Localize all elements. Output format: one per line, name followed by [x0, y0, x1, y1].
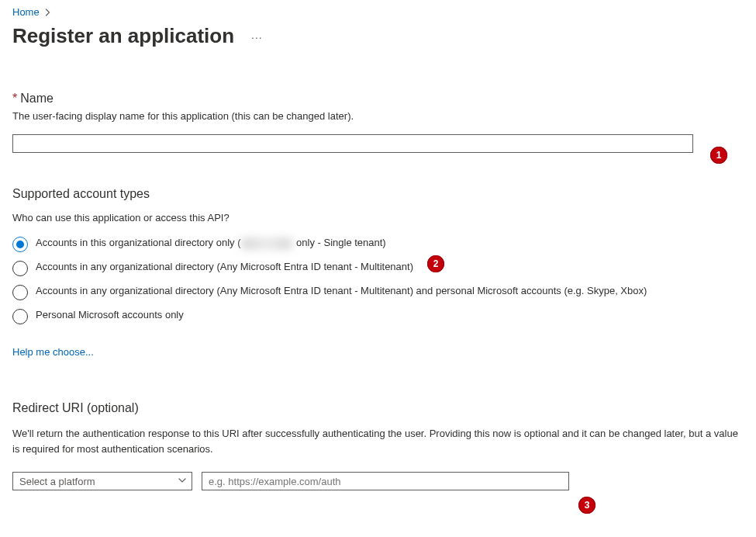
platform-select[interactable]: Select a platform: [12, 472, 192, 490]
radio-personal-only[interactable]: Personal Microsoft accounts only: [12, 308, 695, 324]
redirect-uri-heading: Redirect URI (optional): [12, 401, 744, 415]
radio-icon: [12, 237, 28, 252]
callout-1: 1: [710, 147, 727, 164]
radio-org-only[interactable]: Accounts in this organizational director…: [12, 236, 695, 252]
page-title: Register an application: [12, 24, 234, 48]
redirect-uri-description: We'll return the authentication response…: [12, 426, 741, 456]
breadcrumb: Home: [12, 6, 744, 18]
more-actions-button[interactable]: ···: [248, 28, 266, 47]
chevron-right-icon: [44, 9, 52, 16]
breadcrumb-home-link[interactable]: Home: [12, 6, 40, 18]
radio-any-org[interactable]: Accounts in any organizational directory…: [12, 260, 695, 276]
help-me-choose-link[interactable]: Help me choose...: [12, 346, 94, 358]
tenant-name-redacted: [242, 238, 292, 249]
radio-icon: [12, 261, 28, 276]
radio-personal-only-label: Personal Microsoft accounts only: [36, 308, 184, 323]
radio-any-org-and-personal-label: Accounts in any organizational directory…: [36, 284, 647, 299]
account-types-radio-group: Accounts in this organizational director…: [12, 236, 744, 324]
callout-3: 3: [578, 497, 595, 514]
radio-icon: [12, 285, 28, 300]
account-types-heading: Supported account types: [12, 187, 744, 201]
account-types-question: Who can use this application or access t…: [12, 212, 744, 223]
name-section: * Name The user-facing display name for …: [12, 92, 744, 153]
radio-any-org-and-personal[interactable]: Accounts in any organizational directory…: [12, 284, 695, 300]
radio-org-only-label: Accounts in this organizational director…: [36, 236, 386, 251]
chevron-down-icon: [178, 476, 187, 487]
account-types-section: Supported account types Who can use this…: [12, 187, 744, 358]
radio-icon: [12, 309, 28, 324]
radio-any-org-label: Accounts in any organizational directory…: [36, 260, 413, 275]
required-indicator: *: [12, 92, 17, 106]
name-label: Name: [20, 92, 54, 106]
name-input[interactable]: [12, 134, 693, 153]
callout-2: 2: [427, 255, 444, 272]
redirect-uri-input[interactable]: [202, 472, 569, 490]
redirect-uri-section: Redirect URI (optional) We'll return the…: [12, 401, 744, 490]
name-help-text: The user-facing display name for this ap…: [12, 110, 744, 122]
platform-select-value: Select a platform: [19, 476, 95, 487]
